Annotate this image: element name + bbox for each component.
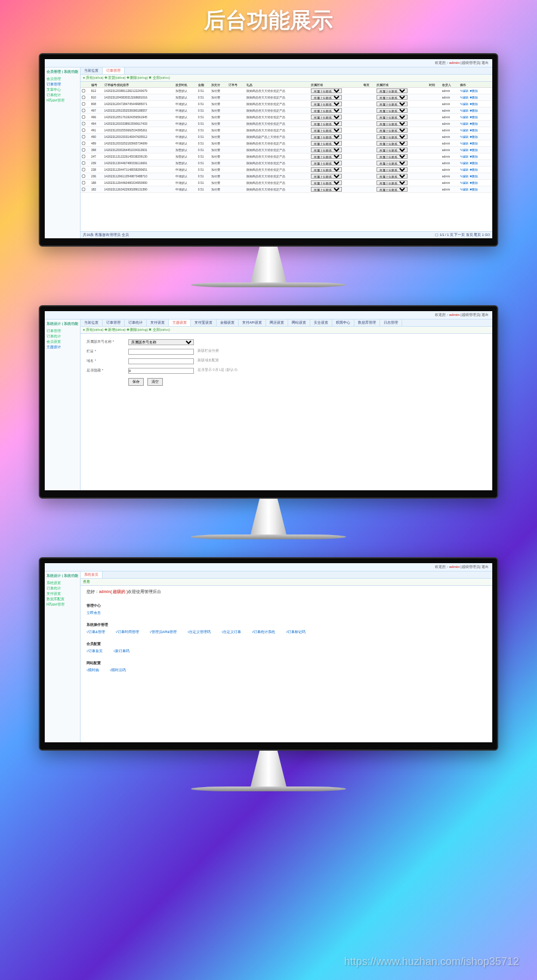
area-select[interactable]: 所属上分新系 [311, 167, 342, 172]
tab[interactable]: 网店设置 [266, 320, 288, 326]
delete-link[interactable]: ✖删除 [470, 128, 478, 132]
sidebar-item[interactable]: F码&M管理 [47, 602, 78, 607]
area-select[interactable]: 所属上分新系 [311, 154, 342, 159]
row-checkbox[interactable] [82, 148, 85, 152]
field-input[interactable] [128, 368, 194, 374]
area-select[interactable]: 所属上分新系 [311, 108, 342, 113]
area-select2[interactable]: 所属上分新系 [376, 174, 408, 179]
edit-link[interactable]: ✎编辑 [460, 115, 468, 119]
sidebar-item[interactable]: 订单管理 [47, 82, 78, 87]
sidebar-item[interactable]: 订单管理 [47, 328, 78, 334]
dashboard-link[interactable]: 立即点击 [87, 611, 101, 615]
tab[interactable]: 支付API设置 [239, 320, 266, 326]
sidebar-item[interactable]: 订单统计 [47, 93, 78, 98]
column-header[interactable]: 收货人 [441, 82, 459, 88]
dashboard-link[interactable]: √限时活码 [110, 668, 126, 672]
row-checkbox[interactable] [82, 168, 85, 171]
clear-button[interactable]: 清空 [147, 378, 163, 386]
area-select2[interactable]: 所属上分新系 [376, 102, 408, 106]
sidebar-item[interactable]: 数据库配置 [47, 597, 78, 602]
area-select2[interactable]: 所属上分新系 [376, 88, 408, 93]
tab[interactable]: 支付宝设置 [191, 320, 217, 326]
sidebar-item[interactable]: 订单统计 [47, 334, 78, 339]
area-select2[interactable]: 所属上分新系 [376, 148, 408, 152]
edit-link[interactable]: ✎编辑 [460, 188, 468, 191]
logout-link[interactable]: 退出 [482, 313, 489, 317]
area-select[interactable]: 所属上分新系 [311, 161, 342, 165]
dashboard-link[interactable]: √订单首页 [87, 649, 103, 653]
sidebar-item[interactable]: 文章中心 [47, 87, 78, 93]
delete-link[interactable]: ✖删除 [470, 188, 478, 191]
row-checkbox[interactable] [82, 109, 85, 112]
column-header[interactable]: 订单编号:按此排序 [103, 82, 175, 88]
column-header[interactable]: 所属区域 [375, 82, 428, 88]
delete-link[interactable]: ✖删除 [470, 96, 478, 99]
area-select[interactable]: 所属上分新系 [311, 148, 342, 152]
delete-link[interactable]: ✖删除 [470, 148, 478, 152]
tab[interactable]: 订单管理 [103, 320, 125, 326]
logout-link[interactable]: 退出 [482, 565, 489, 569]
area-select[interactable]: 所属上分新系 [311, 115, 342, 119]
area-select2[interactable]: 所属上分新系 [376, 167, 408, 172]
column-header[interactable]: 编号 [90, 82, 103, 88]
dashboard-link[interactable]: √订单标记码 [286, 630, 305, 634]
column-header[interactable] [81, 82, 90, 88]
area-select2[interactable]: 所属上分新系 [376, 134, 408, 139]
row-checkbox[interactable] [82, 181, 85, 185]
area-select2[interactable]: 所属上分新系 [376, 180, 408, 185]
column-header[interactable]: 订单号 [227, 82, 245, 88]
toolbar[interactable]: 查看 [81, 579, 492, 586]
delete-link[interactable]: ✖删除 [470, 115, 478, 119]
row-checkbox[interactable] [82, 89, 85, 93]
edit-link[interactable]: ✎编辑 [460, 174, 468, 178]
row-checkbox[interactable] [82, 142, 85, 145]
delete-link[interactable]: ✖删除 [470, 135, 478, 139]
area-select2[interactable]: 所属上分新系 [376, 187, 408, 192]
column-header[interactable]: 操作 [459, 82, 492, 88]
sidebar-item[interactable]: F码&M管理 [47, 98, 78, 103]
area-select2[interactable]: 所属上分新系 [376, 121, 408, 126]
row-checkbox[interactable] [82, 155, 85, 158]
area-select[interactable]: 所属上分新系 [311, 174, 342, 179]
tab[interactable]: 数据库管理 [354, 320, 380, 326]
sidebar-item[interactable]: 订单统计 [47, 586, 78, 591]
area-select[interactable]: 所属上分新系 [311, 141, 342, 146]
toolbar[interactable]: ● 所有(ctrl+a) ✚ 新增(ctrl+e) ✚ 删除(ctrl+g) ✖… [81, 327, 492, 334]
tab[interactable]: 支付设置 [147, 320, 169, 326]
row-checkbox[interactable] [82, 102, 85, 106]
delete-link[interactable]: ✖删除 [470, 122, 478, 125]
tab[interactable]: 主题设置 [169, 320, 191, 326]
edit-link[interactable]: ✎编辑 [460, 96, 468, 99]
area-select[interactable]: 所属上分新系 [311, 128, 342, 133]
field-input[interactable] [128, 358, 194, 364]
dashboard-link[interactable]: √新订单码 [113, 649, 129, 653]
edit-link[interactable]: ✎编辑 [460, 181, 468, 185]
row-checkbox[interactable] [82, 174, 85, 178]
tab[interactable]: 权限中心 [332, 320, 354, 326]
column-header[interactable]: 每页 [362, 82, 375, 88]
column-header[interactable]: 金额 [197, 82, 210, 88]
tab[interactable]: 安全设置 [310, 320, 332, 326]
dashboard-link[interactable]: √限时购 [87, 668, 99, 672]
tab[interactable]: 网站设置 [288, 320, 310, 326]
area-select[interactable]: 所属上分新系 [311, 134, 342, 139]
area-select[interactable]: 所属上分新系 [311, 95, 342, 100]
column-header[interactable]: 所属区域 [310, 82, 362, 88]
edit-link[interactable]: ✎编辑 [460, 109, 468, 112]
row-checkbox[interactable] [82, 128, 85, 132]
dashboard-link[interactable]: √管理员API&管理 [150, 630, 177, 634]
tab[interactable]: 订单统计 [125, 320, 147, 326]
dashboard-link[interactable]: √订单时间管理 [116, 630, 139, 634]
area-select[interactable]: 所属上分新系 [311, 88, 342, 93]
row-checkbox[interactable] [82, 122, 85, 125]
area-select2[interactable]: 所属上分新系 [376, 128, 408, 133]
row-checkbox[interactable] [82, 188, 85, 191]
column-header[interactable]: 礼品 [245, 82, 310, 88]
area-select2[interactable]: 所属上分新系 [376, 154, 408, 159]
edit-link[interactable]: ✎编辑 [460, 142, 468, 145]
tab[interactable]: 金额设置 [217, 320, 239, 326]
pager[interactable]: 共16条 客服咨询 管理员 全员 ▢ 1/1 / 1 页 下一页 首页 尾页 1… [81, 231, 492, 238]
delete-link[interactable]: ✖删除 [470, 181, 478, 185]
row-checkbox[interactable] [82, 96, 85, 99]
area-select2[interactable]: 所属上分新系 [376, 141, 408, 146]
